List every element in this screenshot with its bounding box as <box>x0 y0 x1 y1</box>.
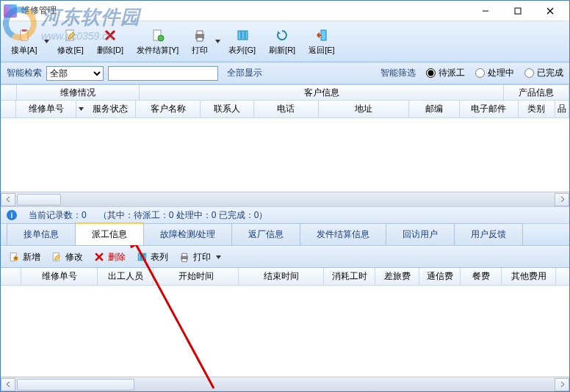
app-icon <box>4 4 17 18</box>
grid-column-header-cell[interactable]: 邮编 <box>409 101 460 117</box>
detail-column-header-cell[interactable]: 结束时间 <box>239 268 324 285</box>
grid-column-header-cell[interactable]: 地址 <box>319 101 409 117</box>
grid-column-header-cell[interactable]: 维修单号 <box>16 101 76 117</box>
grid-column-header-cell[interactable]: 服务状态 <box>85 101 136 117</box>
show-all-link[interactable]: 全部显示 <box>227 67 262 79</box>
scroll-thumb[interactable] <box>17 379 134 391</box>
chevron-down-icon[interactable] <box>216 252 221 262</box>
sub-toolbar: ★新增修改删除表列打印 <box>1 246 569 268</box>
chevron-down-icon[interactable] <box>76 101 84 117</box>
maximize-button[interactable] <box>502 1 534 21</box>
chevron-down-icon[interactable] <box>43 39 50 44</box>
detail-grid-body <box>1 286 569 377</box>
detail-hscrollbar[interactable] <box>1 377 569 391</box>
tab-6[interactable]: 用户反馈 <box>454 223 523 245</box>
tab-4[interactable]: 发件结算信息 <box>300 223 386 245</box>
subtoolbar-new-page-button[interactable]: ★新增 <box>8 251 40 264</box>
toolbar-label: 打印 <box>192 45 208 56</box>
new-page-icon: ★ <box>8 251 20 263</box>
subtoolbar-label: 表列 <box>151 251 168 264</box>
toolbar-label: 表列[G] <box>228 45 256 56</box>
svg-rect-1 <box>515 8 521 14</box>
columns-icon <box>234 27 250 43</box>
detail-column-header-cell[interactable]: 消耗工时 <box>324 268 375 285</box>
grid-column-header-cell[interactable]: 电话 <box>254 101 319 117</box>
search-bar: 智能检索 全部 全部显示 智能筛选 待派工处理中已完成 <box>1 62 569 84</box>
grid-body <box>1 118 569 192</box>
detail-column-header: 维修单号出工人员开始时间结束时间消耗工时差旅费通信费餐费其他费用 <box>1 268 569 286</box>
filter-label: 智能筛选 <box>380 67 416 79</box>
svg-rect-16 <box>245 31 248 40</box>
detail-column-header-cell[interactable]: 差旅费 <box>375 268 419 285</box>
scroll-right-icon[interactable] <box>555 193 569 206</box>
subtoolbar-columns-button[interactable]: 表列 <box>136 251 168 264</box>
toolbar-return-button[interactable]: 返回[E] <box>303 24 340 59</box>
toolbar-label: 修改[E] <box>57 45 83 56</box>
grid-column-header-cell[interactable]: 品 <box>555 101 569 117</box>
clipboard-icon <box>16 27 32 43</box>
detail-column-header-cell[interactable]: 出工人员 <box>98 268 154 285</box>
scroll-thumb[interactable] <box>17 194 61 206</box>
tab-3[interactable]: 返厂信息 <box>231 223 300 245</box>
window-title: 维修管理 <box>21 4 469 17</box>
detail-column-header-cell[interactable]: 维修单号 <box>21 268 98 285</box>
search-input[interactable] <box>108 66 218 81</box>
grid-group-header-cell[interactable]: 客户信息 <box>140 85 504 100</box>
subtoolbar-label: 新增 <box>23 251 40 264</box>
svg-rect-14 <box>238 31 241 40</box>
toolbar-printer-button[interactable]: 打印 <box>186 24 214 59</box>
delete-red-icon <box>93 251 105 263</box>
svg-rect-26 <box>144 253 145 261</box>
detail-column-header-cell[interactable]: 其他费用 <box>502 268 556 285</box>
toolbar-delete-red-button[interactable]: 删除[D] <box>91 24 129 59</box>
chevron-down-icon[interactable] <box>214 39 221 44</box>
grid-group-header-cell[interactable]: 产品信息 <box>504 85 569 100</box>
toolbar-refresh-button[interactable]: 刷新[R] <box>263 24 301 59</box>
subtoolbar-delete-red-button[interactable]: 删除 <box>93 251 126 264</box>
tab-0[interactable]: 接单信息 <box>7 223 76 245</box>
grid-column-header-cell[interactable]: 客户名称 <box>136 101 201 117</box>
filter-radio[interactable]: 已完成 <box>524 67 563 79</box>
detail-column-header-cell[interactable]: 通信费 <box>419 268 461 285</box>
grid-column-header-cell[interactable]: 联系人 <box>201 101 254 117</box>
subtoolbar-page-edit-button[interactable]: 修改 <box>51 251 83 264</box>
toolbar-columns-button[interactable]: 表列[G] <box>223 24 261 59</box>
status-bar: i 当前记录数：0 （其中：待派工：0 处理中：0 已完成：0） <box>1 206 569 224</box>
svg-rect-24 <box>138 253 140 261</box>
record-breakdown: （其中：待派工：0 处理中：0 已完成：0） <box>98 209 268 222</box>
detail-column-header-cell[interactable]: 开始时间 <box>154 268 239 285</box>
toolbar-page-edit-button[interactable]: 修改[E] <box>51 24 89 59</box>
search-select[interactable]: 全部 <box>46 66 104 81</box>
tab-5[interactable]: 回访用户 <box>386 223 455 245</box>
toolbar-clipboard-button[interactable]: 接单[A] <box>5 24 43 59</box>
refresh-icon <box>274 27 290 43</box>
minimize-button[interactable] <box>469 1 502 21</box>
toolbar-send-calc-button[interactable]: 发件结算[Y] <box>131 24 184 59</box>
window-controls <box>469 1 566 21</box>
svg-rect-13 <box>197 37 203 41</box>
return-icon <box>314 27 330 43</box>
tab-1[interactable]: 派工信息 <box>75 222 144 245</box>
filter-radio-group: 待派工处理中已完成 <box>426 67 563 79</box>
tab-2[interactable]: 故障检测/处理 <box>143 223 232 245</box>
grid-group-header-cell[interactable]: 维修情况 <box>17 85 140 100</box>
grid-group-header: 维修情况客户信息产品信息 <box>1 84 569 101</box>
filter-radio[interactable]: 待派工 <box>426 67 465 79</box>
svg-text:★: ★ <box>12 254 19 262</box>
close-button[interactable] <box>534 1 566 21</box>
page-edit-icon <box>62 27 79 43</box>
subtoolbar-printer-button[interactable]: 打印 <box>178 251 221 264</box>
scroll-left-icon[interactable] <box>1 193 15 206</box>
scroll-left-icon[interactable] <box>1 378 15 391</box>
grid-column-header-cell[interactable]: 电子邮件 <box>460 101 519 117</box>
filter-radio[interactable]: 处理中 <box>475 67 514 79</box>
title-bar: 维修管理 <box>1 1 569 21</box>
subtoolbar-label: 打印 <box>193 251 211 264</box>
scroll-right-icon[interactable] <box>555 378 569 391</box>
grid-column-header-cell[interactable]: 类别 <box>519 101 555 117</box>
detail-column-header-cell[interactable]: 餐费 <box>461 268 502 285</box>
grid-hscrollbar[interactable] <box>1 192 569 206</box>
toolbar-label: 发件结算[Y] <box>137 45 178 56</box>
svg-point-10 <box>158 35 164 41</box>
printer-icon <box>192 27 208 43</box>
